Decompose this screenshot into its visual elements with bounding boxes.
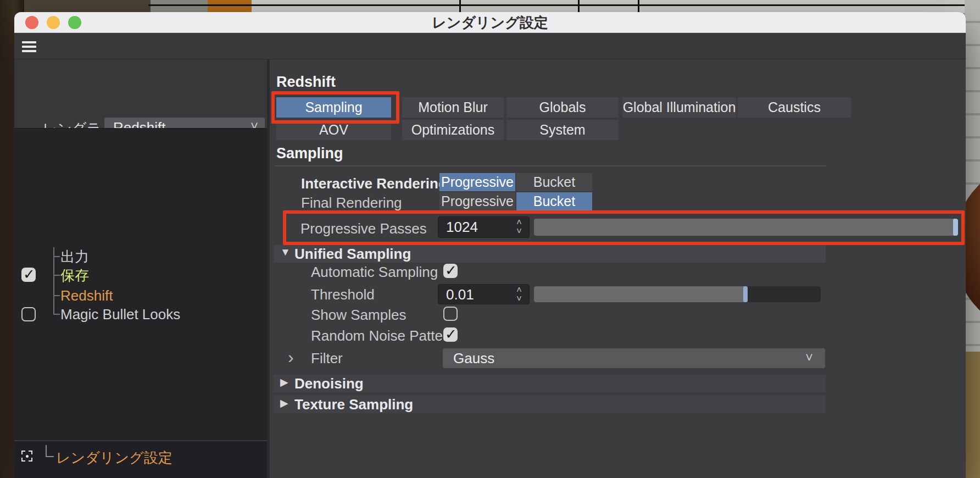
chevron-down-icon: ˅	[805, 350, 813, 365]
stepper-icon[interactable]: ˄˅	[514, 218, 525, 238]
window-title: レンダリング設定	[14, 12, 966, 33]
titlebar[interactable]: レンダリング設定	[14, 12, 966, 33]
filter-label: Filter	[311, 350, 343, 367]
progressive-passes-value: 1024	[446, 219, 478, 236]
slider-handle[interactable]	[743, 286, 748, 302]
final-progressive-button[interactable]: Progressive	[439, 192, 515, 210]
texture-sampling-label: Texture Sampling	[294, 396, 413, 413]
slider-fill	[534, 286, 744, 302]
triangle-collapsed-icon[interactable]: ▶	[280, 376, 288, 388]
interactive-progressive-button[interactable]: Progressive	[439, 173, 515, 191]
desktop-frame-line	[638, 0, 639, 13]
unified-sampling-group-header[interactable]: ▼ Unified Sampling	[274, 245, 826, 263]
show-samples-checkbox[interactable]	[443, 307, 458, 321]
stepper-icon[interactable]: ˄˅	[514, 285, 525, 304]
show-samples-label: Show Samples	[311, 307, 406, 324]
desktop-foliage	[24, 0, 151, 13]
desktop-foliage-orange	[208, 0, 252, 13]
renderer-settings-header: レンダラー Redshift ˅ モード Basic Advanced	[14, 59, 267, 128]
tab-motion-blur[interactable]: Motion Blur	[402, 97, 504, 118]
tree-branch-line	[53, 247, 54, 315]
expander-chevron-icon[interactable]: ›	[288, 347, 294, 368]
final-rendering-label: Final Rendering	[301, 194, 402, 212]
sampling-section-heading: Sampling	[276, 145, 343, 162]
triangle-collapsed-icon[interactable]: ▶	[280, 397, 288, 409]
automatic-sampling-checkbox[interactable]	[443, 264, 458, 278]
automatic-sampling-label: Automatic Sampling	[311, 264, 438, 281]
progressive-passes-slider[interactable]	[534, 219, 958, 236]
slider-handle[interactable]	[953, 219, 958, 236]
tree-item-output[interactable]: 出力	[60, 249, 89, 264]
filter-select[interactable]: Gauss ˅	[443, 348, 825, 368]
render-settings-item[interactable]: レンダリング設定	[56, 448, 172, 468]
section-divider	[275, 165, 826, 166]
tab-system[interactable]: System	[506, 120, 619, 140]
magic-bullet-checkbox[interactable]	[21, 307, 36, 321]
hamburger-menu-icon[interactable]	[22, 41, 36, 52]
render-settings-window: レンダリング設定 レンダラー Redshift ˅ モード Basic Adva…	[14, 12, 966, 478]
desktop-frame-line	[148, 4, 980, 6]
triangle-expanded-icon[interactable]: ▼	[280, 246, 291, 258]
progressive-passes-input[interactable]: 1024 ˄˅	[438, 216, 530, 238]
tab-aov[interactable]: AOV	[276, 120, 391, 140]
desktop-house-siding	[252, 0, 980, 13]
tab-sampling[interactable]: Sampling	[276, 97, 391, 118]
render-settings-target-icon	[21, 451, 32, 462]
interactive-rendering-label: Interactive Rendering	[301, 175, 447, 192]
denoising-label: Denoising	[294, 375, 364, 392]
desktop-frame-line	[459, 0, 461, 13]
interactive-bucket-button[interactable]: Bucket	[516, 173, 592, 191]
tree-branch-line	[46, 445, 47, 457]
tab-global-illumination[interactable]: Global Illumination	[622, 97, 736, 118]
tab-optimizations[interactable]: Optimizations	[402, 120, 504, 140]
texture-sampling-group-header[interactable]: ▶ Texture Sampling	[274, 396, 826, 413]
filter-select-value: Gauss	[453, 350, 494, 367]
slider-fill	[534, 219, 958, 236]
threshold-slider[interactable]	[534, 286, 821, 302]
denoising-group-header[interactable]: ▶ Denoising	[274, 375, 826, 392]
redshift-heading: Redshift	[276, 74, 336, 91]
render-settings-list-panel: レンダリング設定	[14, 440, 267, 478]
threshold-label: Threshold	[311, 286, 375, 303]
render-group-checkbox[interactable]	[21, 268, 36, 282]
tab-globals[interactable]: Globals	[506, 97, 619, 118]
tree-branch-line	[46, 456, 54, 457]
random-noise-pattern-label: Random Noise Pattern	[311, 327, 455, 344]
tab-caustics[interactable]: Caustics	[738, 97, 851, 118]
progressive-passes-label: Progressive Passes	[300, 220, 427, 237]
threshold-value: 0.01	[446, 286, 474, 303]
menubar	[14, 33, 966, 59]
unified-sampling-label: Unified Sampling	[294, 246, 411, 263]
tree-item-magic-bullet-looks[interactable]: Magic Bullet Looks	[60, 307, 180, 322]
desktop-frame-line	[578, 0, 580, 13]
settings-tree-panel: 出力 保存 Redshift Magic Bullet Looks 特殊効果..…	[14, 128, 267, 440]
tree-item-save[interactable]: 保存	[60, 268, 89, 283]
desktop-ground	[965, 352, 980, 478]
tree-item-redshift[interactable]: Redshift	[60, 288, 113, 303]
final-bucket-button[interactable]: Bucket	[516, 192, 592, 210]
random-noise-pattern-checkbox[interactable]	[443, 327, 458, 342]
threshold-input[interactable]: 0.01 ˄˅	[438, 284, 530, 304]
